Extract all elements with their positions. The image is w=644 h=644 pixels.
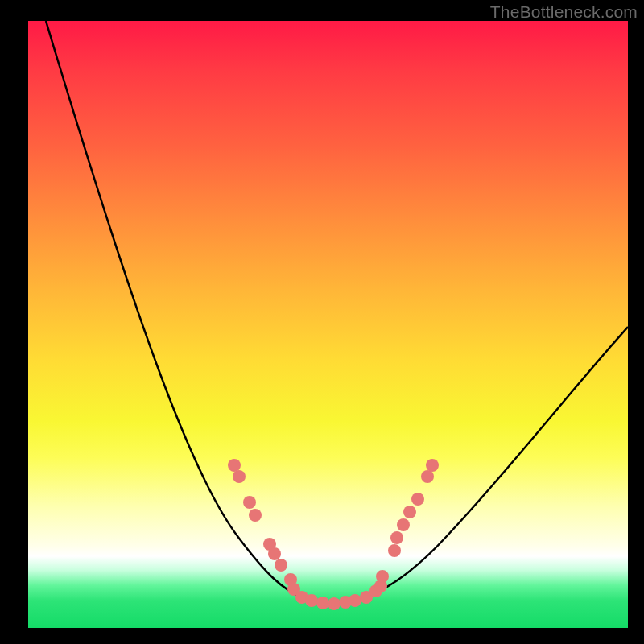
marker-dot (316, 597, 329, 609)
marker-dot (243, 496, 256, 509)
chart-svg (28, 21, 628, 628)
marker-dot (411, 493, 424, 506)
marker-dot (388, 544, 401, 557)
bottleneck-curve (46, 21, 628, 602)
marker-dot (249, 509, 262, 522)
marker-dot (426, 459, 439, 472)
marker-dot (328, 597, 341, 610)
marker-dot (275, 559, 287, 572)
marker-dot (390, 531, 403, 544)
marker-dot (228, 459, 241, 472)
marker-dot (421, 470, 434, 483)
marker-group (228, 459, 439, 610)
watermark-label: TheBottleneck.com (490, 2, 638, 22)
marker-dot (268, 547, 281, 560)
marker-dot (403, 506, 416, 518)
marker-dot (233, 470, 246, 483)
marker-dot (397, 518, 410, 531)
marker-dot (349, 594, 361, 607)
chart-frame: TheBottleneck.com (0, 0, 644, 644)
chart-plot-area (28, 21, 628, 628)
marker-dot (376, 570, 389, 583)
marker-dot (305, 594, 318, 607)
